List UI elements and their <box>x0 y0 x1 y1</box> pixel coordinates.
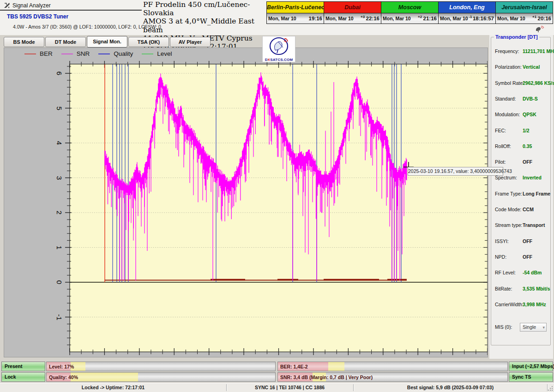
clock-name: Jerusalem-Israel <box>496 2 553 13</box>
statusbar-divider <box>547 384 548 391</box>
caption-line-1: PF Prodelin 450 cm/Lučenec-Slovakia <box>143 0 268 17</box>
signal-chart[interactable] <box>4 48 488 357</box>
gauge-label: SNR: 3,4 dB (Margin: 0,7 dB | Very Poor) <box>280 373 373 382</box>
badge-lock: Lock <box>1 372 45 382</box>
tuner-detail: 4.0W - Amos 3/7 (ID: 3560) @ LOF1: 10000… <box>13 24 161 30</box>
field-value: 11211,701 MHz <box>523 48 554 54</box>
y-axis-label: 1 <box>56 242 63 253</box>
clock-name: London, Eng <box>439 2 495 13</box>
dxsatcs-logo: DXSATCS.COM <box>262 36 295 62</box>
satellite-dish-icon <box>535 25 544 34</box>
statusbar-divider <box>353 384 354 391</box>
field-value: OFF <box>523 238 532 244</box>
clock-time: 22:16 <box>366 16 379 21</box>
gauge-label: BER: 1,4E-2 <box>280 362 308 371</box>
clock-name: Berlin-Paris-Lučenec <box>267 2 324 13</box>
clock-dubai: DubaiMon, Mar 10+322:16 <box>324 1 381 24</box>
resize-grip[interactable] <box>548 386 553 391</box>
world-clocks: Berlin-Paris-LučenecMon, Mar 1019:16Duba… <box>267 1 553 24</box>
field-row-code-mode: Code Mode:CCM <box>491 207 550 216</box>
field-label: CarrierWidth: <box>495 302 524 307</box>
clock-name: Dubai <box>324 2 381 13</box>
badge-present: Present <box>1 362 45 371</box>
field-row-polarization: Polarization:Vertical <box>491 64 550 73</box>
transponder-panel: Transponder [DT] Frequency:11211,701 MHz… <box>491 37 551 345</box>
field-value: -54 dBm <box>523 270 542 275</box>
clock-utc-offset: +3 <box>360 15 366 19</box>
field-value: Transport <box>523 222 545 228</box>
statusbar-divider <box>226 384 227 391</box>
field-label: Symbol Rate: <box>495 80 524 86</box>
tab-tsa-ok[interactable]: TSA (OK) <box>128 37 169 47</box>
field-value: 3,535 Mbit/s <box>523 286 550 291</box>
field-value: Vertical <box>523 64 540 70</box>
field-row-stream-type: Stream type:Transport <box>491 222 550 232</box>
gauge-ber: BER: 1,4E-2 <box>277 362 508 371</box>
y-axis-label: 6 <box>56 68 63 79</box>
clock-utc-offset: -1 <box>468 15 473 19</box>
field-label: RollOff: <box>495 143 511 149</box>
field-row-symbol-rate: Symbol Rate:2962,986 KS/s <box>491 80 550 89</box>
tab-av-player[interactable]: AV Player <box>170 37 211 47</box>
field-row-rolloff: RollOff:0.35 <box>491 143 550 153</box>
clock-date: Mon, Mar 10 <box>440 16 468 21</box>
clock-time-row: Mon, Mar 10+322:16 <box>324 13 381 24</box>
clock-london-eng: London, EngMon, Mar 10-118:16:57 <box>438 1 496 24</box>
badge-input-2-57-mbps: Input (~2,57 Mbps) <box>509 362 553 371</box>
field-value: CCM <box>523 207 534 212</box>
field-value: Long Frame <box>523 191 550 196</box>
mode-tabs: BS ModeDT ModeSignal Mon.TSA (OK)AV Play… <box>4 37 211 48</box>
clock-time: 18:16:57 <box>473 16 494 21</box>
chevron-down-icon: ▾ <box>542 324 545 332</box>
field-value: 1/2 <box>523 128 530 133</box>
clock-date: Mon, Mar 10 <box>383 16 417 21</box>
gauge-fill-yellow-zone <box>71 373 138 381</box>
chart-tooltip: 2025-03-10 19.16.57, value: 3,4000000953… <box>408 167 503 176</box>
field-label: Spectrum: <box>495 175 517 180</box>
field-value: 0.35 <box>523 143 532 149</box>
field-label: ISSYI: <box>495 238 509 244</box>
titlebar-underline <box>0 10 142 11</box>
field-value: OFF <box>523 159 532 165</box>
field-value: 2962,986 KS/s <box>523 80 554 86</box>
y-axis-label: 4 <box>56 137 63 148</box>
transponder-panel-title: Transponder [DT] <box>494 34 539 40</box>
signal-chart-region: BERSNRQualityLevel -10123456 <box>4 48 488 357</box>
gauge-quality: Quality: 40% <box>46 372 276 382</box>
field-row-fec: FEC:1/2 <box>491 128 550 137</box>
field-value: 3,998 MHz <box>523 302 546 307</box>
gauge-label: Quality: 40% <box>49 373 78 382</box>
tab-dt-mode[interactable]: DT Mode <box>45 37 86 47</box>
statusbar-section-2: Best signal: 5,9 dB (2025-03-09 07:03) <box>354 384 547 392</box>
field-label: Frame Type: <box>495 191 522 196</box>
field-label: FEC: <box>495 128 506 133</box>
field-row-npd: NPD:OFF <box>491 254 550 263</box>
logo-text-rest: SATCS.COM <box>270 58 293 62</box>
clock-time: 20:16 <box>538 16 551 21</box>
top-strip: Signal Analyzer TBS 5925 DVBS2 Tuner 4.0… <box>0 0 554 35</box>
y-axis-label: 0 <box>56 277 63 288</box>
field-row-frame-type: Frame Type:Long Frame <box>491 191 550 200</box>
field-row-modulation: Modulation:QPSK <box>491 112 550 121</box>
y-axis-label: 5 <box>56 103 63 114</box>
y-axis-label: -1 <box>56 312 63 323</box>
mis-select[interactable]: Single▾ <box>520 323 547 332</box>
clock-date: Mon, Mar 10 <box>268 16 302 21</box>
field-row-bitrate: BitRate:3,535 Mbit/s <box>491 286 550 295</box>
clock-time: 21:16 <box>423 16 437 21</box>
field-row-frequency: Frequency:11211,701 MHz <box>491 48 550 58</box>
field-value: DVB-S <box>523 96 538 101</box>
clock-utc-offset: +1 <box>531 15 538 19</box>
field-label: Modulation: <box>495 112 520 117</box>
clock-time-row: Mon, Mar 10-118:16:57 <box>439 13 495 24</box>
field-value: Inverted <box>523 175 542 180</box>
tab-signal-mon[interactable]: Signal Mon. <box>87 36 127 48</box>
field-row-carrierwidth: CarrierWidth:3,998 MHz <box>491 302 550 311</box>
field-label: Pilot: <box>495 159 506 165</box>
right-column: Transponder [DT] Frequency:11211,701 MHz… <box>489 35 553 359</box>
field-label: Polarization: <box>495 64 522 70</box>
field-row-standard: Standard:DVB-S <box>491 96 550 105</box>
tab-bs-mode[interactable]: BS Mode <box>4 37 44 47</box>
field-label: NPD: <box>495 254 506 260</box>
gauge-snr: SNR: 3,4 dB (Margin: 0,7 dB | Very Poor) <box>277 372 508 382</box>
